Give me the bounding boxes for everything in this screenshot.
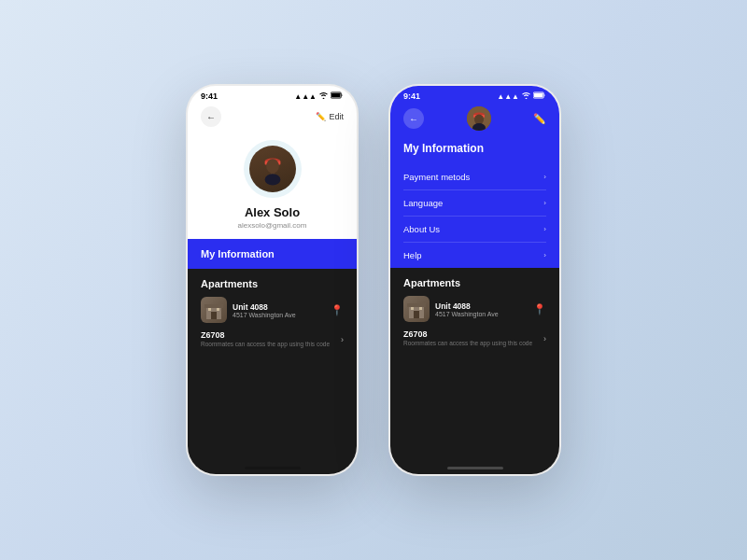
code-desc-2: Roommates can access the app using this …: [403, 340, 543, 347]
code-info-1: Z6708 Roommates can access the app using…: [201, 330, 341, 348]
menu-chevron-payment: ›: [543, 173, 546, 181]
avatar-svg: [255, 151, 290, 187]
apt-unit-name-1: Unit 4088: [233, 302, 331, 312]
svg-point-6: [264, 174, 280, 185]
menu-list: Payment metods › Language › About Us › H…: [403, 164, 546, 268]
menu-item-language-label: Language: [403, 198, 443, 208]
code-row-2: Z6708 Roommates can access the app using…: [403, 329, 546, 347]
status-time-2: 9:41: [403, 91, 420, 101]
back-button-1[interactable]: ←: [201, 106, 221, 127]
menu-item-payment[interactable]: Payment metods ›: [403, 164, 546, 190]
phone-1: 9:41 ▲▲▲ ← ✏️ Edit: [186, 84, 359, 476]
battery-icon-2: [533, 91, 546, 101]
svg-rect-1: [331, 93, 341, 97]
edit-icon-1: ✏️: [316, 112, 326, 121]
apartments-section-2: Apartments Unit 4088 4517 Washington Ave…: [390, 268, 559, 463]
code-chevron-2[interactable]: ›: [543, 334, 546, 343]
code-desc-1: Roommates can access the app using this …: [201, 341, 341, 348]
apt-info-2: Unit 4088 4517 Washington Ave: [435, 301, 533, 317]
code-value-2: Z6708: [403, 329, 543, 339]
svg-rect-13: [534, 93, 543, 97]
location-icon-1[interactable]: 📍: [331, 304, 344, 316]
apartments-title-1: Apartments: [201, 278, 344, 289]
status-icons-1: ▲▲▲: [294, 91, 344, 101]
menu-item-payment-label: Payment metods: [403, 172, 470, 182]
back-arrow-icon-2: ←: [409, 114, 418, 124]
svg-point-4: [266, 159, 279, 173]
apt-thumbnail-1: [201, 297, 227, 323]
user-email: alexsolo@gmail.com: [238, 221, 307, 230]
nav-bar-2: ← ✏️: [390, 103, 559, 136]
my-information-title-2: My Information: [403, 142, 546, 155]
nav-avatar-2: [467, 106, 491, 131]
phone-2: 9:41 ▲▲▲ ← ✏: [388, 84, 561, 476]
apt-address-2: 4517 Washington Ave: [435, 311, 533, 317]
svg-rect-11: [217, 308, 219, 311]
menu-chevron-help: ›: [543, 251, 546, 259]
nav-bar-1: ← ✏️ Edit: [188, 103, 357, 133]
menu-section: Payment metods › Language › About Us › H…: [390, 164, 559, 268]
edit-icon-2[interactable]: ✏️: [533, 113, 546, 125]
profile-section: Alex Solo alexsolo@gmail.com: [188, 133, 357, 239]
user-name: Alex Solo: [245, 205, 300, 219]
home-bar-1: [245, 467, 301, 469]
apartments-section-1: Apartments Unit 4088 4517 Washington Ave…: [188, 269, 357, 463]
menu-chevron-about: ›: [543, 225, 546, 233]
menu-item-language[interactable]: Language ›: [403, 190, 546, 217]
avatar: [249, 146, 296, 192]
svg-rect-22: [411, 307, 414, 310]
status-bar-2: 9:41 ▲▲▲: [390, 86, 559, 103]
edit-label-1: Edit: [329, 112, 344, 121]
status-icons-2: ▲▲▲: [497, 91, 546, 101]
status-bar-1: 9:41 ▲▲▲: [188, 86, 357, 103]
my-information-section-2: My Information: [390, 136, 559, 164]
home-indicator-1: [188, 463, 357, 474]
home-bar-2: [447, 467, 503, 469]
apt-thumbnail-2: [403, 296, 430, 322]
wifi-icon-2: [522, 92, 530, 101]
menu-item-help[interactable]: Help ›: [403, 243, 546, 268]
svg-rect-23: [419, 307, 422, 310]
my-information-title-1: My Information: [201, 248, 344, 259]
avatar-wrapper: [244, 140, 302, 198]
svg-rect-8: [204, 304, 223, 308]
location-icon-2[interactable]: 📍: [533, 303, 546, 315]
code-chevron-1[interactable]: ›: [341, 335, 344, 344]
menu-item-about[interactable]: About Us ›: [403, 217, 546, 243]
back-button-2[interactable]: ←: [403, 108, 424, 129]
apt-info-1: Unit 4088 4517 Washington Ave: [233, 302, 331, 318]
svg-rect-20: [407, 303, 426, 307]
svg-rect-10: [208, 308, 211, 311]
apartment-row-2: Unit 4088 4517 Washington Ave 📍: [403, 296, 546, 322]
apartment-row-1: Unit 4088 4517 Washington Ave 📍: [201, 297, 344, 323]
apt-address-1: 4517 Washington Ave: [233, 312, 331, 318]
apt-unit-name-2: Unit 4088: [435, 301, 533, 311]
wifi-icon-1: [319, 92, 328, 101]
signal-icon-1: ▲▲▲: [294, 92, 317, 101]
menu-chevron-language: ›: [543, 199, 546, 207]
svg-point-17: [474, 115, 484, 125]
menu-item-help-label: Help: [403, 250, 422, 260]
battery-icon-1: [331, 91, 344, 101]
svg-rect-9: [211, 312, 217, 319]
edit-button-1[interactable]: ✏️ Edit: [316, 112, 344, 121]
menu-item-about-label: About Us: [403, 224, 440, 234]
signal-icon-2: ▲▲▲: [497, 92, 519, 101]
svg-rect-21: [414, 311, 419, 318]
my-information-section-1[interactable]: My Information: [188, 239, 357, 269]
code-value-1: Z6708: [201, 330, 341, 340]
code-info-2: Z6708 Roommates can access the app using…: [403, 329, 543, 347]
status-time-1: 9:41: [201, 91, 218, 101]
home-indicator-2: [390, 463, 559, 474]
code-row-1: Z6708 Roommates can access the app using…: [201, 330, 344, 348]
back-arrow-icon-1: ←: [206, 112, 216, 122]
apartments-title-2: Apartments: [403, 277, 546, 288]
